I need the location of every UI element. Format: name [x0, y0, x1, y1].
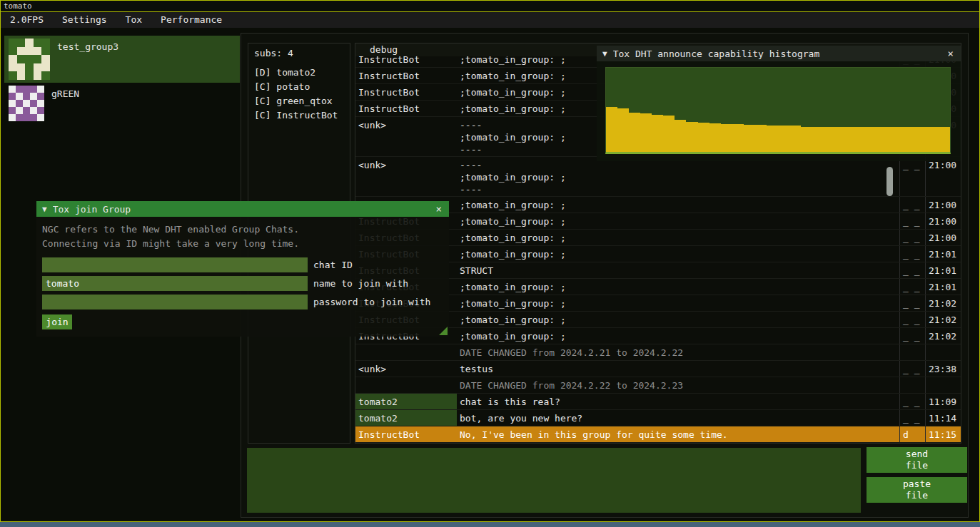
histogram-bar — [789, 126, 801, 152]
date-changed-text: DATE CHANGED from 2024.2.22 to 2024.2.23 — [457, 377, 899, 393]
histogram-bar — [686, 122, 697, 152]
message-text: ;tomato_in_group: ; — [457, 213, 899, 229]
message-text: ;tomato_in_group: ; — [457, 246, 899, 262]
histogram-bar — [812, 127, 824, 152]
date-separator-row[interactable]: DATE CHANGED from 2024.2.21 to 2024.2.22 — [355, 344, 961, 361]
member-list: [D] tomato2[C] potato[C] green_qtox[C] I… — [254, 66, 344, 123]
subs-header: subs: 4 — [254, 48, 344, 58]
message-time: 21:02 — [925, 328, 961, 344]
menu-performance[interactable]: Performance — [151, 12, 231, 28]
message-row[interactable]: InstructBotNo, I've been in this group f… — [355, 426, 961, 443]
menu-tox[interactable]: Tox — [116, 12, 151, 28]
contact-item-gREEN[interactable]: gREEN — [4, 83, 240, 130]
message-time — [925, 377, 961, 393]
menu-settings[interactable]: Settings — [53, 12, 116, 28]
join-name-label: name to join with — [313, 278, 408, 289]
chat-id-row: chat ID — [42, 257, 443, 272]
histogram-bar — [721, 124, 732, 152]
window-title: tomato — [4, 1, 32, 11]
histogram-bar — [640, 113, 652, 152]
member-item-green_qtox[interactable]: [C] green_qtox — [254, 94, 344, 108]
message-time: 11:15 — [925, 426, 961, 442]
histogram-bars — [606, 68, 950, 152]
fps-counter: 2.0FPS — [1, 12, 53, 28]
message-row[interactable]: tomato2bot, are you new here?_ _11:14 — [355, 410, 961, 426]
sender-name: <unk> — [355, 361, 457, 377]
join-password-input[interactable] — [42, 295, 308, 309]
delivery-status: _ _ — [899, 295, 925, 311]
histogram-bar — [858, 127, 869, 152]
contact-avatar — [9, 86, 44, 121]
histogram-bar — [882, 127, 893, 152]
resize-grip[interactable] — [439, 327, 448, 335]
date-changed-text: DATE CHANGED from 2024.2.21 to 2024.2.22 — [457, 344, 899, 360]
histogram-window-title: Tox DHT announce capability histogram — [613, 48, 941, 59]
message-text: ;tomato_in_group: ; — [457, 328, 899, 344]
member-item-tomato2[interactable]: [D] tomato2 — [254, 66, 344, 80]
sender-name: InstructBot — [355, 101, 457, 116]
chat-id-label: chat ID — [313, 260, 353, 270]
collapse-arrow-icon[interactable]: ▼ — [42, 205, 47, 214]
contact-name: test_group3 — [57, 41, 118, 52]
delivery-status: _ _ — [899, 213, 925, 229]
join-window-titlebar[interactable]: ▼ Tox join Group × — [36, 201, 449, 217]
message-time: 21:00 — [925, 157, 961, 196]
delivery-status — [899, 344, 925, 360]
join-button[interactable]: join — [42, 314, 72, 329]
message-text: chat is this real? — [457, 394, 899, 409]
member-item-potato[interactable]: [C] potato — [254, 80, 344, 94]
delivery-status: _ _ — [899, 410, 925, 426]
member-item-InstructBot[interactable]: [C] InstructBot — [254, 108, 344, 123]
message-time: 11:09 — [925, 394, 961, 409]
join-password-label: password to join with — [313, 297, 430, 307]
histogram-bar — [824, 127, 835, 152]
histogram-bar — [835, 127, 847, 152]
sender-name: <unk> — [355, 157, 457, 196]
message-time: 23:38 — [925, 361, 961, 377]
chat-scrollbar-thumb[interactable] — [886, 167, 893, 196]
collapse-arrow-icon[interactable]: ▼ — [602, 49, 607, 58]
join-fields: chat IDname to join withpassword to join… — [42, 257, 443, 309]
sender-name: <unk> — [355, 117, 457, 156]
contact-item-test_group3[interactable]: test_group3 — [4, 36, 240, 83]
message-row[interactable]: <unk>---- ;tomato_in_group: ; ----_ _21:… — [355, 157, 961, 197]
paste-file-button[interactable]: paste file — [867, 477, 967, 503]
join-group-window: ▼ Tox join Group × NGC refers to the New… — [36, 201, 449, 337]
menubar: 2.0FPS SettingsToxPerformance — [1, 12, 979, 28]
histogram-bar — [652, 115, 663, 152]
chat-id-input[interactable] — [42, 257, 308, 272]
delivery-status: _ _ — [899, 312, 925, 327]
delivery-status: _ _ — [899, 361, 925, 377]
histogram-bar — [617, 108, 629, 152]
histogram-bar — [675, 120, 686, 152]
histogram-bar — [801, 127, 812, 152]
close-icon[interactable]: × — [435, 203, 443, 215]
message-row[interactable]: tomato2chat is this real?_ _11:09 — [355, 394, 961, 410]
histogram-bar — [847, 127, 858, 152]
histogram-bar — [767, 126, 778, 152]
histogram-window: ▼ Tox DHT announce capability histogram … — [597, 46, 961, 161]
message-text: STRUCT — [457, 262, 899, 278]
message-row[interactable]: <unk>testus_ _23:38 — [355, 361, 961, 377]
histogram-bar — [709, 123, 721, 152]
message-time: 21:01 — [925, 262, 961, 278]
message-time: 11:14 — [925, 410, 961, 426]
close-icon[interactable]: × — [946, 48, 955, 59]
message-text: ;tomato_in_group: ; — [457, 230, 899, 245]
app-window: tomato 2.0FPS SettingsToxPerformance tes… — [0, 0, 980, 522]
message-text: ;tomato_in_group: ; — [457, 295, 899, 311]
send-file-button[interactable]: send file — [867, 447, 967, 473]
message-text: ---- ;tomato_in_group: ; ---- — [457, 157, 899, 196]
contact-name: gREEN — [51, 88, 79, 99]
message-text: bot, are you new here? — [457, 410, 899, 426]
histogram-window-titlebar[interactable]: ▼ Tox DHT announce capability histogram … — [597, 46, 961, 61]
sender-name: InstructBot — [355, 426, 457, 442]
message-input[interactable] — [247, 448, 861, 513]
message-time — [925, 344, 961, 360]
join-name-input[interactable] — [42, 276, 308, 291]
join-name-row: name to join with — [42, 276, 443, 291]
sender-name: InstructBot — [355, 84, 457, 100]
message-text: No, I've been in this group for quite so… — [457, 426, 899, 442]
date-separator-row[interactable]: DATE CHANGED from 2024.2.22 to 2024.2.23 — [355, 377, 961, 394]
join-password-row: password to join with — [42, 295, 443, 309]
